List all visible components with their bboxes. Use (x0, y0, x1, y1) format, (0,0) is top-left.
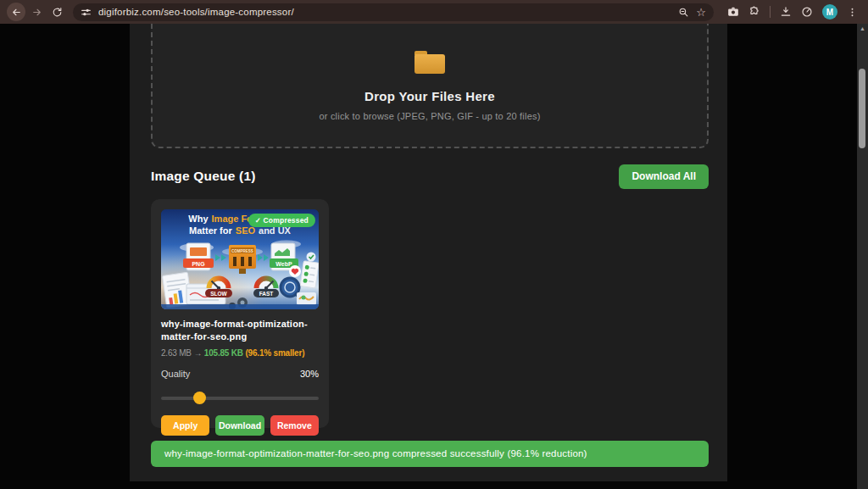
content-column: Drop Your Files Here or click to browse … (130, 24, 727, 481)
quality-slider[interactable] (161, 392, 319, 404)
zoom-icon[interactable] (678, 7, 689, 18)
download-all-button[interactable]: Download All (619, 164, 709, 189)
back-button[interactable] (7, 3, 25, 21)
thumb-png-label: PNG (192, 261, 205, 267)
forward-button[interactable] (27, 3, 46, 21)
address-bar[interactable]: digiforbiz.com/seo-tools/image-compresso… (73, 3, 714, 21)
image-thumbnail: WhyImage Format & C Matter forSEOand UX … (161, 209, 319, 309)
thumb-title-1a: Why (188, 214, 209, 224)
card-actions: Apply Download Remove (161, 415, 319, 436)
camera-extension-icon[interactable] (727, 6, 739, 18)
bookmark-star-icon[interactable]: ☆ (696, 7, 706, 18)
speed-extension-icon[interactable] (801, 6, 813, 18)
fast-gauge-icon: FAST (253, 277, 279, 297)
menu-kebab-icon[interactable] (847, 7, 858, 18)
back-arrow-icon (11, 7, 22, 18)
url-text[interactable]: digiforbiz.com/seo-tools/image-compresso… (98, 7, 671, 17)
toolbar-extensions-area: M (721, 4, 861, 19)
thumb-slow-label: SLOW (210, 291, 227, 297)
thumb-compress-label: COMPRESS (231, 249, 253, 253)
download-button[interactable]: Download (215, 415, 264, 436)
image-card: WhyImage Format & C Matter forSEOand UX … (151, 199, 329, 428)
success-toast: why-image-format-optimization-matter-for… (151, 441, 709, 467)
quality-row: Quality 30% (161, 369, 319, 379)
extensions-puzzle-icon[interactable] (748, 6, 760, 18)
quality-value: 30% (300, 369, 319, 379)
browser-window: digiforbiz.com/seo-tools/image-compresso… (0, 0, 868, 489)
size-info: 2.63 MB → 105.85 KB (96.1% smaller) (161, 348, 319, 358)
compressed-badge: ✓ Compressed (248, 214, 315, 227)
map-card-icon (297, 292, 316, 305)
thumb-title-2a: Matter for (189, 225, 232, 236)
file-dropzone[interactable]: Drop Your Files Here or click to browse … (151, 24, 709, 148)
scrollbar-up-arrow[interactable]: ▲ (857, 24, 868, 34)
thumb-webp-label: WebP (275, 261, 292, 267)
downloads-icon[interactable] (780, 6, 792, 18)
queue-heading: Image Queue (1) (151, 169, 256, 184)
quality-label: Quality (161, 369, 190, 379)
checklist-icon (300, 261, 319, 288)
dropzone-subtitle: or click to browse (JPEG, PNG, GIF - up … (319, 111, 540, 121)
arrow-glyph: → (193, 348, 202, 358)
site-settings-icon[interactable] (81, 7, 92, 18)
forward-arrow-icon (31, 7, 42, 18)
scrollbar-thumb[interactable] (859, 69, 865, 148)
reload-icon (52, 7, 63, 18)
slider-thumb[interactable] (193, 392, 206, 404)
reload-button[interactable] (47, 3, 66, 21)
slider-track[interactable] (161, 397, 319, 400)
queue-header: Image Queue (1) Download All (151, 164, 709, 189)
profile-avatar[interactable]: M (822, 4, 837, 19)
browser-toolbar: digiforbiz.com/seo-tools/image-compresso… (0, 0, 868, 24)
page-scrollbar[interactable]: ▲ (857, 24, 868, 489)
original-size: 2.63 MB (161, 348, 192, 358)
page-viewport: Drop Your Files Here or click to browse … (0, 24, 857, 489)
toolbar-separator (770, 6, 771, 18)
thumb-title-2b: SEO (236, 225, 256, 236)
apply-button[interactable]: Apply (161, 415, 209, 436)
file-name: why-image-format-optimization-matter-for… (161, 318, 319, 344)
dropzone-title: Drop Your Files Here (364, 89, 495, 103)
reduction-percent: (96.1% smaller) (245, 348, 304, 358)
folder-icon (415, 51, 445, 74)
check-badge-icon (307, 253, 316, 262)
png-file-icon: PNG (183, 243, 214, 270)
thumb-fast-label: FAST (259, 291, 274, 297)
remove-button[interactable]: Remove (270, 415, 319, 436)
compressed-size: 105.85 KB (204, 348, 243, 358)
